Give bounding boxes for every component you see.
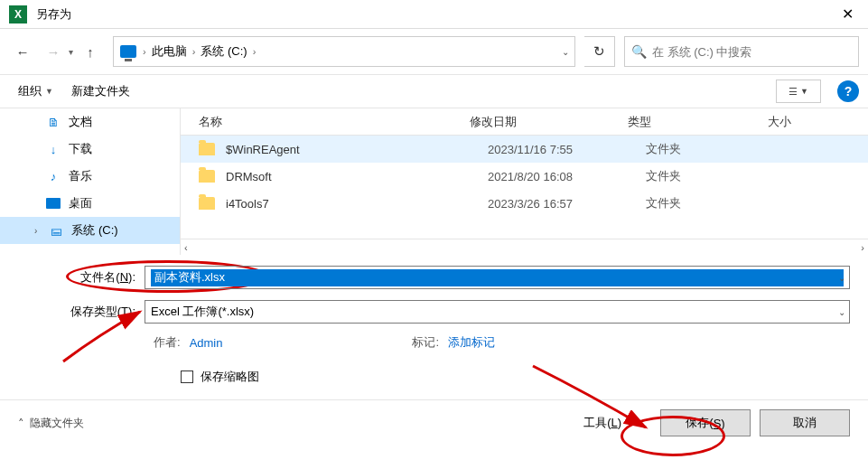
folder-icon <box>199 143 215 155</box>
file-row[interactable]: DRMsoft 2021/8/20 16:08 文件夹 <box>181 163 868 190</box>
author-label: 作者: <box>154 334 181 351</box>
sidebar-item-label: 下载 <box>69 141 92 157</box>
file-date: 2023/11/16 7:55 <box>488 143 646 156</box>
sidebar-item-label: 桌面 <box>69 195 92 211</box>
filename-label: 文件名(N): <box>18 269 145 286</box>
crumb-sep-icon[interactable]: › <box>253 46 257 57</box>
filename-field[interactable]: ⌄ <box>145 266 850 289</box>
new-folder-button[interactable]: 新建文件夹 <box>62 78 139 105</box>
column-name[interactable]: 名称 <box>181 114 470 130</box>
filename-input[interactable] <box>151 269 844 286</box>
view-button[interactable]: ☰ ▼ <box>776 80 821 103</box>
tools-dropdown[interactable]: 工具(L) ▼ <box>583 415 633 431</box>
breadcrumb-drive[interactable]: 系统 (C:) <box>195 43 252 60</box>
file-row[interactable]: i4Tools7 2023/3/26 16:57 文件夹 <box>181 190 868 217</box>
filetype-dropdown[interactable]: Excel 工作簿(*.xlsx) ⌄ <box>145 300 850 324</box>
window-title: 另存为 <box>36 6 71 23</box>
desktop-icon <box>45 195 61 211</box>
horizontal-scrollbar[interactable]: ‹ › <box>181 239 868 255</box>
thumbnail-checkbox[interactable] <box>181 371 193 383</box>
dropdown-icon[interactable]: ⌄ <box>838 307 845 317</box>
folder-icon <box>199 170 215 183</box>
titlebar: 另存为 ✕ <box>0 0 868 29</box>
hide-folders-label: 隐藏文件夹 <box>30 416 84 431</box>
filetype-value: Excel 工作簿(*.xlsx) <box>151 304 254 320</box>
sidebar-item-music[interactable]: ♪ 音乐 <box>0 163 180 190</box>
tools-label: 工具(L) <box>583 415 621 431</box>
pc-icon <box>119 42 137 61</box>
dropdown-icon: ▼ <box>45 87 53 96</box>
breadcrumb-pc[interactable]: 此电脑 <box>146 43 192 60</box>
download-icon: ↓ <box>45 141 61 157</box>
file-type: 文件夹 <box>646 168 786 184</box>
filename-row: 文件名(N): ⌄ <box>18 266 850 289</box>
cancel-button[interactable]: 取消 <box>760 409 850 436</box>
search-box[interactable]: 🔍 <box>624 36 859 67</box>
column-type[interactable]: 类型 <box>628 114 768 130</box>
dropdown-icon: ▼ <box>625 418 633 427</box>
tags-label: 标记: <box>412 334 439 351</box>
file-type: 文件夹 <box>646 195 786 211</box>
document-icon: 🗎 <box>45 114 61 130</box>
sidebar: 🗎 文档 ↓ 下载 ♪ 音乐 桌面 › 🖴 系统 (C:) <box>0 108 181 255</box>
sidebar-item-label: 系统 (C:) <box>71 222 117 239</box>
file-name: DRMsoft <box>226 170 488 183</box>
folder-icon <box>199 197 215 210</box>
tags-value[interactable]: 添加标记 <box>448 334 495 351</box>
close-button[interactable]: ✕ <box>827 0 868 29</box>
excel-icon <box>9 5 27 23</box>
organize-button[interactable]: 组织 ▼ <box>9 78 62 105</box>
filetype-row: 保存类型(T): Excel 工作簿(*.xlsx) ⌄ <box>18 300 850 324</box>
search-icon: 🔍 <box>625 44 652 59</box>
scroll-right-icon[interactable]: › <box>861 242 864 253</box>
sidebar-item-documents[interactable]: 🗎 文档 <box>0 108 180 136</box>
dropdown-icon: ▼ <box>800 87 808 96</box>
column-headers: 名称 修改日期 类型 大小 <box>181 108 868 136</box>
back-button[interactable]: ← <box>9 38 36 65</box>
meta-row: 作者: Admin 标记: 添加标记 <box>154 334 850 351</box>
filetype-label: 保存类型(T): <box>18 304 145 320</box>
drive-icon: 🖴 <box>48 222 64 239</box>
search-input[interactable] <box>652 45 858 59</box>
column-size[interactable]: 大小 <box>768 114 868 130</box>
address-bar[interactable]: › 此电脑 › 系统 (C:) › ⌄ <box>113 36 575 67</box>
file-date: 2023/3/26 16:57 <box>488 197 646 211</box>
sidebar-item-drive-c[interactable]: › 🖴 系统 (C:) <box>0 217 180 244</box>
sidebar-item-downloads[interactable]: ↓ 下载 <box>0 136 180 163</box>
body-area: 🗎 文档 ↓ 下载 ♪ 音乐 桌面 › 🖴 系统 (C:) 名称 修改日期 类型… <box>0 108 868 255</box>
chevron-right-icon: › <box>34 226 37 236</box>
chevron-up-icon: ˄ <box>18 417 24 430</box>
thumbnail-label: 保存缩略图 <box>201 369 259 385</box>
file-name: i4Tools7 <box>226 197 488 211</box>
bottom-row: ˄ 隐藏文件夹 工具(L) ▼ 保存(S) 取消 <box>0 399 868 446</box>
thumbnail-row: 保存缩略图 <box>181 369 850 385</box>
nav-row: ← → ▾ ↑ › 此电脑 › 系统 (C:) › ⌄ ↻ 🔍 <box>0 29 868 74</box>
sidebar-item-label: 音乐 <box>69 168 92 184</box>
history-dropdown-icon[interactable]: ▾ <box>69 47 73 57</box>
organize-label: 组织 <box>18 83 42 99</box>
file-type: 文件夹 <box>646 141 786 157</box>
file-name: $WinREAgent <box>226 143 488 156</box>
address-dropdown-icon[interactable]: ⌄ <box>556 47 574 57</box>
save-button[interactable]: 保存(S) <box>660 409 751 436</box>
up-button[interactable]: ↑ <box>77 38 104 65</box>
column-date[interactable]: 修改日期 <box>470 114 628 130</box>
file-date: 2021/8/20 16:08 <box>488 170 646 183</box>
form-area: 文件名(N): ⌄ 保存类型(T): Excel 工作簿(*.xlsx) ⌄ 作… <box>0 255 868 399</box>
file-row[interactable]: $WinREAgent 2023/11/16 7:55 文件夹 <box>181 136 868 163</box>
author-value[interactable]: Admin <box>190 336 223 350</box>
sidebar-item-label: 文档 <box>69 114 92 130</box>
hide-folders-button[interactable]: ˄ 隐藏文件夹 <box>18 416 84 431</box>
refresh-button[interactable]: ↻ <box>584 36 615 67</box>
sidebar-item-desktop[interactable]: 桌面 <box>0 190 180 217</box>
music-icon: ♪ <box>45 168 61 184</box>
scroll-left-icon[interactable]: ‹ <box>184 242 188 253</box>
view-icon: ☰ <box>789 86 798 98</box>
dropdown-icon[interactable]: ⌄ <box>838 273 845 283</box>
file-list-area: 名称 修改日期 类型 大小 $WinREAgent 2023/11/16 7:5… <box>181 108 868 255</box>
forward-button[interactable]: → <box>40 38 67 65</box>
help-button[interactable]: ? <box>837 80 859 102</box>
toolbar: 组织 ▼ 新建文件夹 ☰ ▼ ? <box>0 74 868 108</box>
